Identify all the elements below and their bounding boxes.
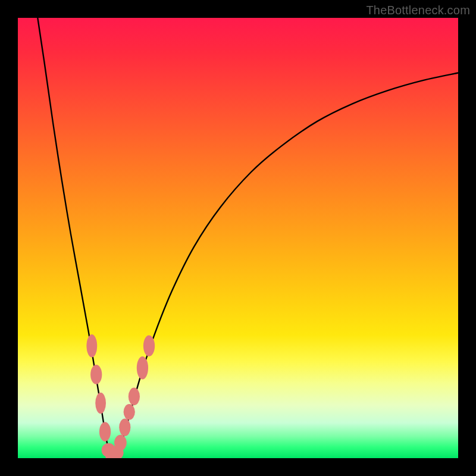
highlight-point: [137, 356, 148, 379]
chart-container: TheBottleneck.com: [0, 0, 476, 476]
marker-layer: [18, 18, 458, 458]
highlight-point: [90, 365, 102, 384]
highlight-point: [99, 422, 111, 441]
highlight-point: [119, 418, 130, 436]
highlight-points: [86, 334, 155, 458]
highlight-point: [129, 388, 140, 406]
highlight-point: [114, 435, 127, 451]
highlight-point: [86, 334, 97, 357]
highlight-point: [95, 393, 106, 414]
highlight-point: [143, 336, 155, 357]
watermark-text: TheBottleneck.com: [366, 4, 470, 17]
highlight-point: [124, 404, 135, 420]
plot-area: [18, 18, 458, 458]
